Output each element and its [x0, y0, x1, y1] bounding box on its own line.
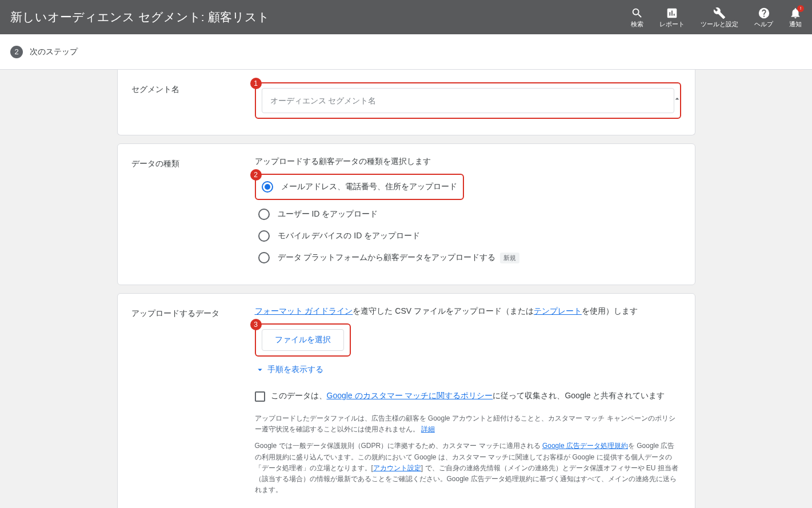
data-type-prompt: アップロードする顧客データの種類を選択します	[255, 157, 681, 167]
compliance-text: このデータは、Google のカスタマー マッチに関するポリシーに従って収集され…	[271, 391, 665, 401]
help-button[interactable]: ヘルプ	[754, 6, 773, 29]
annotation-3-num: 3	[250, 319, 262, 330]
reports-button[interactable]: レポート	[659, 6, 685, 29]
collapse-toggle[interactable]	[671, 93, 683, 105]
radio-icon	[262, 181, 273, 193]
reports-icon	[666, 6, 678, 20]
search-button[interactable]: 検索	[631, 6, 643, 29]
details-link[interactable]: 詳細	[421, 425, 435, 433]
data-processing-terms-link[interactable]: Google 広告データ処理規約	[542, 442, 628, 450]
notifications-label: 通知	[789, 20, 802, 29]
chevron-up-icon	[673, 94, 682, 103]
segment-name-card: セグメント名 1	[117, 70, 695, 135]
help-icon	[758, 6, 770, 20]
radio-icon	[258, 252, 270, 263]
upload-text-tail: を使用）します	[582, 306, 638, 315]
chevron-down-icon	[255, 365, 265, 375]
help-label: ヘルプ	[754, 20, 773, 29]
compliance-post: に従って収集され、Google と共有されています	[493, 391, 665, 400]
notifications-button[interactable]: ! 通知	[789, 6, 802, 29]
template-link[interactable]: テンプレート	[534, 306, 582, 315]
choose-file-button[interactable]: ファイルを選択	[262, 329, 344, 351]
radio-label-0: メールアドレス、電話番号、住所をアップロード	[281, 182, 457, 192]
tools-label: ツールと設定	[701, 20, 738, 29]
reports-label: レポート	[659, 20, 685, 29]
radio-data-platform[interactable]: データ プラットフォームから顧客データをアップロードする 新規	[255, 247, 681, 269]
fineprint-1-text: アップロードしたデータファイルは、広告主様の顧客を Google アカウントと紐…	[255, 414, 675, 433]
customer-match-policy-link[interactable]: Google のカスタマー マッチに関するポリシー	[327, 391, 493, 400]
upload-data-card: アップロードするデータ フォーマット ガイドラインを遵守した CSV ファイルを…	[117, 293, 695, 508]
upload-data-label: アップロードするデータ	[131, 306, 255, 501]
segment-name-label: セグメント名	[131, 82, 255, 119]
app-header: 新しいオーディエンス セグメント: 顧客リスト 検索 レポート ツールと設定 ヘ…	[0, 0, 812, 34]
tools-button[interactable]: ツールと設定	[701, 6, 738, 29]
radio-label-2: モバイル デバイスの ID をアップロード	[278, 231, 421, 241]
annotation-2-num: 2	[250, 169, 262, 181]
upload-instructions: フォーマット ガイドラインを遵守した CSV ファイルをアップロード（またはテン…	[255, 306, 681, 317]
bell-icon: !	[789, 6, 802, 20]
compliance-pre: このデータは、	[271, 391, 327, 400]
radio-mobile-id[interactable]: モバイル デバイスの ID をアップロード	[255, 225, 681, 247]
step-number: 2	[10, 46, 23, 58]
upload-text-mid: を遵守した CSV ファイルをアップロード（または	[353, 306, 534, 315]
fineprint-1: アップロードしたデータファイルは、広告主様の顧客を Google アカウントと紐…	[255, 413, 681, 435]
fp2-p1: Google では一般データ保護規則（GDPR）に準拠するため、カスタマー マッ…	[255, 442, 542, 450]
fineprint-2: Google では一般データ保護規則（GDPR）に準拠するため、カスタマー マッ…	[255, 441, 681, 495]
step-bar: 2 次のステップ	[0, 34, 812, 70]
header-actions: 検索 レポート ツールと設定 ヘルプ ! 通知	[631, 6, 802, 29]
radio-label-1: ユーザー ID をアップロード	[278, 209, 378, 219]
new-badge: 新規	[500, 253, 519, 263]
annotation-2: 2 メールアドレス、電話番号、住所をアップロード	[255, 174, 464, 200]
radio-icon	[258, 209, 270, 220]
show-steps-toggle[interactable]: 手順を表示する	[255, 365, 681, 375]
content-area: セグメント名 1 データの種類 アップロードする顧客データの種類を選択します 2…	[0, 70, 812, 508]
step-label: 次のステップ	[30, 47, 78, 57]
search-label: 検索	[631, 20, 643, 29]
compliance-row: このデータは、Google のカスタマー マッチに関するポリシーに従って収集され…	[255, 391, 681, 402]
search-icon	[631, 6, 643, 20]
data-type-label: データの種類	[131, 157, 255, 269]
segment-name-input[interactable]	[262, 88, 674, 113]
account-settings-link[interactable]: アカウント設定	[373, 464, 421, 472]
annotation-1: 1	[255, 82, 681, 119]
format-guidelines-link[interactable]: フォーマット ガイドライン	[255, 306, 353, 315]
data-type-card: データの種類 アップロードする顧客データの種類を選択します 2 メールアドレス、…	[117, 143, 695, 285]
radio-email-phone-address[interactable]: メールアドレス、電話番号、住所をアップロード	[258, 176, 461, 198]
radio-label-3: データ プラットフォームから顧客データをアップロードする	[278, 253, 496, 263]
page-title: 新しいオーディエンス セグメント: 顧客リスト	[10, 9, 631, 25]
alert-badge: !	[797, 5, 804, 12]
wrench-icon	[713, 6, 726, 20]
annotation-3: 3 ファイルを選択	[255, 323, 351, 357]
compliance-checkbox[interactable]	[255, 391, 265, 402]
annotation-1-num: 1	[250, 78, 262, 89]
show-steps-label: 手順を表示する	[267, 365, 323, 375]
radio-icon	[258, 230, 270, 242]
radio-user-id[interactable]: ユーザー ID をアップロード	[255, 203, 681, 225]
